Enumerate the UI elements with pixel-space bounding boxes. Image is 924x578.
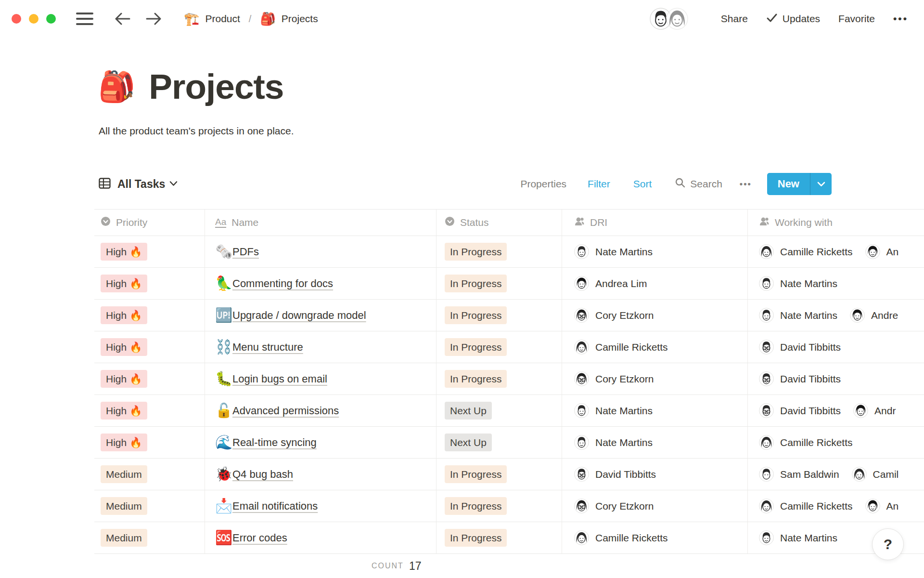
task-name-link[interactable]: Q4 bug bash (232, 468, 293, 481)
sidebar-menu-icon[interactable] (76, 13, 93, 25)
task-name-link[interactable]: Commenting for docs (232, 277, 333, 290)
properties-button[interactable]: Properties (520, 178, 566, 190)
table-row[interactable]: High 🔥🗞️PDFsIn ProgressNate MartinsCamil… (94, 236, 924, 268)
working-with-cell[interactable]: Nate Martins (748, 268, 924, 299)
task-name-link[interactable]: Login bugs on email (232, 373, 327, 385)
filter-button[interactable]: Filter (588, 178, 610, 190)
task-name-link[interactable]: Menu structure (232, 341, 303, 354)
working-with-cell[interactable]: David Tibbitts (748, 363, 924, 394)
status-cell[interactable]: In Progress (436, 331, 562, 363)
name-cell[interactable]: 📩Email notifications (205, 490, 436, 522)
status-cell[interactable]: In Progress (436, 522, 562, 553)
table-row[interactable]: Medium📩Email notificationsIn ProgressCor… (94, 490, 924, 522)
table-row[interactable]: Medium🐞Q4 bug bashIn ProgressDavid Tibbi… (94, 459, 924, 490)
column-header-working-with[interactable]: Working with (748, 210, 924, 236)
priority-cell[interactable]: High 🔥 (94, 300, 205, 331)
working-with-cell[interactable]: Sam BaldwinCamil (748, 459, 924, 490)
priority-cell[interactable]: High 🔥 (94, 331, 205, 363)
priority-cell[interactable]: High 🔥 (94, 363, 205, 394)
name-cell[interactable]: 🐞Q4 bug bash (205, 459, 436, 490)
view-more-button[interactable]: ••• (740, 179, 752, 189)
name-cell[interactable]: ⛓️Menu structure (205, 331, 436, 363)
table-row[interactable]: High 🔥🆙Upgrade / downgrade modelIn Progr… (94, 300, 924, 331)
name-cell[interactable]: 🆘Error codes (205, 522, 436, 553)
working-with-cell[interactable]: Camille Ricketts (748, 427, 924, 458)
dri-cell[interactable]: Andrea Lim (562, 268, 748, 299)
working-with-cell[interactable]: Camille RickettsAn (748, 490, 924, 522)
task-name-link[interactable]: Real-time syncing (232, 436, 317, 449)
working-with-cell[interactable]: David TibbittsAndr (748, 395, 924, 426)
status-cell[interactable]: In Progress (436, 300, 562, 331)
priority-cell[interactable]: High 🔥 (94, 236, 205, 267)
column-header-priority[interactable]: Priority (94, 210, 205, 236)
table-row[interactable]: High 🔥🐛Login bugs on emailIn ProgressCor… (94, 363, 924, 395)
window-close-button[interactable] (12, 14, 21, 24)
column-header-status[interactable]: Status (436, 210, 562, 236)
view-selector[interactable]: All Tasks (98, 177, 178, 192)
favorite-button[interactable]: Favorite (838, 13, 875, 25)
task-name-link[interactable]: PDFs (232, 246, 259, 258)
name-cell[interactable]: 🌊Real-time syncing (205, 427, 436, 458)
dri-cell[interactable]: Nate Martins (562, 395, 748, 426)
dri-cell[interactable]: Cory Etzkorn (562, 490, 748, 522)
page-description[interactable]: All the product team's projects in one p… (99, 125, 294, 137)
share-button[interactable]: Share (721, 13, 748, 25)
status-cell[interactable]: In Progress (436, 268, 562, 299)
task-name-link[interactable]: Email notifications (232, 500, 318, 512)
name-cell[interactable]: 🐛Login bugs on email (205, 363, 436, 394)
sort-button[interactable]: Sort (633, 178, 652, 190)
table-row[interactable]: High 🔥🦜Commenting for docsIn ProgressAnd… (94, 268, 924, 300)
status-cell[interactable]: In Progress (436, 459, 562, 490)
status-cell[interactable]: In Progress (436, 236, 562, 267)
name-cell[interactable]: 🦜Commenting for docs (205, 268, 436, 299)
updates-button[interactable]: Updates (766, 13, 820, 26)
dri-cell[interactable]: Cory Etzkorn (562, 300, 748, 331)
name-cell[interactable]: 🆙Upgrade / downgrade model (205, 300, 436, 331)
status-cell[interactable]: In Progress (436, 490, 562, 522)
page-title[interactable]: Projects (149, 66, 283, 106)
back-arrow-icon[interactable] (114, 12, 131, 26)
name-cell[interactable]: 🔓Advanced permissions (205, 395, 436, 426)
help-button[interactable]: ? (872, 528, 904, 560)
dri-cell[interactable]: David Tibbitts (562, 459, 748, 490)
dri-cell[interactable]: Camille Ricketts (562, 522, 748, 553)
priority-cell[interactable]: High 🔥 (94, 268, 205, 299)
task-name-link[interactable]: Error codes (232, 532, 287, 544)
dri-cell[interactable]: Nate Martins (562, 236, 748, 267)
status-cell[interactable]: Next Up (436, 427, 562, 458)
dri-cell[interactable]: Nate Martins (562, 427, 748, 458)
task-name-link[interactable]: Upgrade / downgrade model (232, 309, 366, 322)
working-with-cell[interactable]: Nate MartinsAndre (748, 300, 924, 331)
column-header-name[interactable]: AaName (205, 210, 436, 236)
breadcrumb-item-product[interactable]: 🏗️ Product (184, 13, 240, 25)
name-cell[interactable]: 🗞️PDFs (205, 236, 436, 267)
window-zoom-button[interactable] (46, 14, 56, 24)
table-row[interactable]: High 🔥🔓Advanced permissionsNext UpNate M… (94, 395, 924, 427)
working-with-cell[interactable]: Camille RickettsAn (748, 236, 924, 267)
working-with-cell[interactable]: David Tibbitts (748, 331, 924, 363)
search-button[interactable]: Search (675, 177, 722, 191)
dri-cell[interactable]: Cory Etzkorn (562, 363, 748, 394)
new-button[interactable]: New (767, 173, 832, 195)
table-row[interactable]: High 🔥⛓️Menu structureIn ProgressCamille… (94, 331, 924, 363)
viewer-avatars[interactable] (650, 8, 688, 30)
priority-cell[interactable]: High 🔥 (94, 395, 205, 426)
new-dropdown-chevron-icon[interactable] (810, 173, 832, 195)
priority-cell[interactable]: Medium (94, 522, 205, 553)
breadcrumb-item-projects[interactable]: 🎒 Projects (260, 13, 318, 25)
more-options-button[interactable]: ••• (893, 13, 908, 25)
priority-cell[interactable]: Medium (94, 459, 205, 490)
table-count-footer[interactable]: COUNT 17 (372, 554, 421, 578)
window-minimize-button[interactable] (29, 14, 38, 24)
page-icon[interactable]: 🎒 (98, 72, 135, 102)
table-row[interactable]: Medium🆘Error codesIn ProgressCamille Ric… (94, 522, 924, 554)
forward-arrow-icon[interactable] (145, 12, 163, 26)
priority-cell[interactable]: High 🔥 (94, 427, 205, 458)
status-cell[interactable]: Next Up (436, 395, 562, 426)
column-header-dri[interactable]: DRI (562, 210, 748, 236)
priority-cell[interactable]: Medium (94, 490, 205, 522)
task-name-link[interactable]: Advanced permissions (232, 405, 339, 417)
status-cell[interactable]: In Progress (436, 363, 562, 394)
dri-cell[interactable]: Camille Ricketts (562, 331, 748, 363)
table-row[interactable]: High 🔥🌊Real-time syncingNext UpNate Mart… (94, 427, 924, 459)
